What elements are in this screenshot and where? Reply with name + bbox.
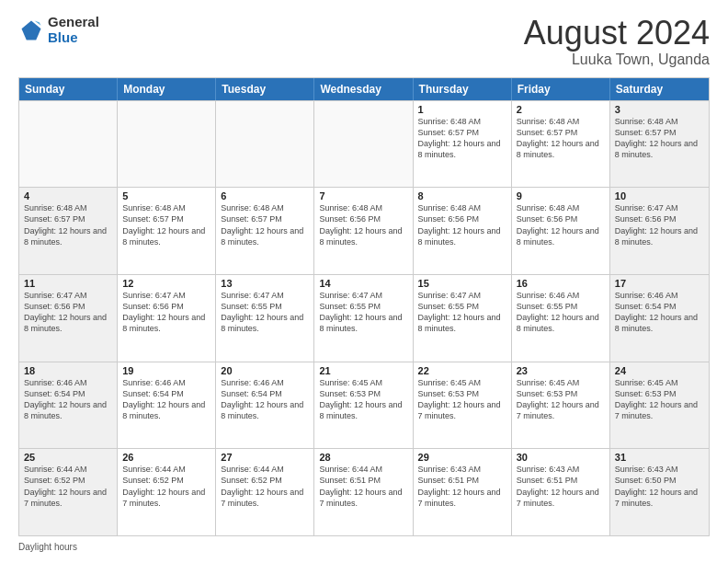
day-number: 18 — [24, 365, 112, 376]
day-cell-6: 6Sunrise: 6:48 AM Sunset: 6:57 PM Daylig… — [216, 188, 314, 274]
day-cell-10: 10Sunrise: 6:47 AM Sunset: 6:56 PM Dayli… — [610, 188, 709, 274]
day-number: 20 — [221, 365, 309, 376]
day-info: Sunrise: 6:46 AM Sunset: 6:54 PM Dayligh… — [221, 377, 309, 422]
sub-title: Luuka Town, Uganda — [524, 52, 710, 68]
empty-cell — [118, 101, 216, 188]
day-cell-13: 13Sunrise: 6:47 AM Sunset: 6:55 PM Dayli… — [216, 275, 314, 362]
day-info: Sunrise: 6:47 AM Sunset: 6:55 PM Dayligh… — [319, 290, 407, 335]
day-info: Sunrise: 6:48 AM Sunset: 6:57 PM Dayligh… — [615, 116, 704, 161]
header: General Blue August 2024 Luuka Town, Uga… — [18, 15, 710, 68]
footer: Daylight hours — [18, 542, 710, 552]
day-info: Sunrise: 6:44 AM Sunset: 6:51 PM Dayligh… — [319, 464, 407, 509]
day-info: Sunrise: 6:46 AM Sunset: 6:54 PM Dayligh… — [615, 290, 704, 335]
day-cell-5: 5Sunrise: 6:48 AM Sunset: 6:57 PM Daylig… — [118, 188, 216, 274]
day-info: Sunrise: 6:48 AM Sunset: 6:57 PM Dayligh… — [24, 202, 112, 247]
day-info: Sunrise: 6:46 AM Sunset: 6:54 PM Dayligh… — [122, 377, 210, 422]
day-number: 22 — [418, 365, 506, 376]
empty-cell — [216, 101, 314, 188]
day-header-tuesday: Tuesday — [216, 78, 314, 100]
day-number: 29 — [418, 452, 506, 463]
day-cell-28: 28Sunrise: 6:44 AM Sunset: 6:51 PM Dayli… — [314, 449, 413, 535]
day-info: Sunrise: 6:46 AM Sunset: 6:54 PM Dayligh… — [24, 377, 112, 422]
logo: General Blue — [18, 15, 99, 45]
logo-text: General Blue — [48, 15, 99, 45]
day-number: 23 — [517, 365, 605, 376]
day-cell-23: 23Sunrise: 6:45 AM Sunset: 6:53 PM Dayli… — [512, 362, 610, 449]
day-number: 24 — [615, 365, 704, 376]
day-cell-31: 31Sunrise: 6:43 AM Sunset: 6:50 PM Dayli… — [610, 449, 709, 535]
day-cell-24: 24Sunrise: 6:45 AM Sunset: 6:53 PM Dayli… — [610, 362, 709, 449]
day-header-thursday: Thursday — [414, 78, 512, 100]
day-number: 3 — [615, 104, 704, 115]
day-info: Sunrise: 6:45 AM Sunset: 6:53 PM Dayligh… — [319, 377, 407, 422]
day-info: Sunrise: 6:43 AM Sunset: 6:51 PM Dayligh… — [418, 464, 506, 509]
footer-label: Daylight hours — [18, 542, 77, 552]
day-header-sunday: Sunday — [19, 78, 118, 100]
day-cell-2: 2Sunrise: 6:48 AM Sunset: 6:57 PM Daylig… — [512, 101, 610, 188]
day-number: 26 — [122, 452, 210, 463]
week-row-0: 1Sunrise: 6:48 AM Sunset: 6:57 PM Daylig… — [19, 100, 709, 188]
day-number: 7 — [319, 190, 407, 201]
day-cell-9: 9Sunrise: 6:48 AM Sunset: 6:56 PM Daylig… — [512, 188, 610, 274]
day-number: 15 — [418, 278, 506, 289]
day-info: Sunrise: 6:44 AM Sunset: 6:52 PM Dayligh… — [221, 464, 309, 509]
day-cell-7: 7Sunrise: 6:48 AM Sunset: 6:56 PM Daylig… — [314, 188, 413, 274]
week-row-4: 25Sunrise: 6:44 AM Sunset: 6:52 PM Dayli… — [19, 448, 709, 535]
day-cell-15: 15Sunrise: 6:47 AM Sunset: 6:55 PM Dayli… — [414, 275, 512, 362]
title-block: August 2024 Luuka Town, Uganda — [524, 15, 710, 68]
day-cell-29: 29Sunrise: 6:43 AM Sunset: 6:51 PM Dayli… — [414, 449, 512, 535]
day-number: 25 — [24, 452, 112, 463]
day-header-monday: Monday — [118, 78, 216, 100]
day-cell-19: 19Sunrise: 6:46 AM Sunset: 6:54 PM Dayli… — [118, 362, 216, 449]
day-number: 19 — [122, 365, 210, 376]
calendar-body: 1Sunrise: 6:48 AM Sunset: 6:57 PM Daylig… — [19, 100, 709, 535]
day-info: Sunrise: 6:44 AM Sunset: 6:52 PM Dayligh… — [24, 464, 112, 509]
day-info: Sunrise: 6:44 AM Sunset: 6:52 PM Dayligh… — [122, 464, 210, 509]
day-number: 10 — [615, 190, 704, 201]
day-info: Sunrise: 6:48 AM Sunset: 6:57 PM Dayligh… — [418, 116, 506, 161]
day-info: Sunrise: 6:47 AM Sunset: 6:55 PM Dayligh… — [418, 290, 506, 335]
day-number: 4 — [24, 190, 112, 201]
day-number: 9 — [517, 190, 605, 201]
svg-marker-0 — [22, 20, 41, 40]
day-cell-11: 11Sunrise: 6:47 AM Sunset: 6:56 PM Dayli… — [19, 275, 118, 362]
day-number: 13 — [221, 278, 309, 289]
day-cell-18: 18Sunrise: 6:46 AM Sunset: 6:54 PM Dayli… — [19, 362, 118, 449]
day-info: Sunrise: 6:48 AM Sunset: 6:56 PM Dayligh… — [517, 202, 605, 247]
day-header-friday: Friday — [512, 78, 610, 100]
day-number: 27 — [221, 452, 309, 463]
day-number: 11 — [24, 278, 112, 289]
day-info: Sunrise: 6:48 AM Sunset: 6:57 PM Dayligh… — [517, 116, 605, 161]
calendar: SundayMondayTuesdayWednesdayThursdayFrid… — [18, 77, 710, 536]
day-cell-26: 26Sunrise: 6:44 AM Sunset: 6:52 PM Dayli… — [118, 449, 216, 535]
day-cell-27: 27Sunrise: 6:44 AM Sunset: 6:52 PM Dayli… — [216, 449, 314, 535]
day-info: Sunrise: 6:48 AM Sunset: 6:56 PM Dayligh… — [319, 202, 407, 247]
day-info: Sunrise: 6:45 AM Sunset: 6:53 PM Dayligh… — [615, 377, 704, 422]
day-number: 14 — [319, 278, 407, 289]
day-info: Sunrise: 6:48 AM Sunset: 6:57 PM Dayligh… — [221, 202, 309, 247]
day-info: Sunrise: 6:47 AM Sunset: 6:56 PM Dayligh… — [122, 290, 210, 335]
day-info: Sunrise: 6:48 AM Sunset: 6:56 PM Dayligh… — [418, 202, 506, 247]
empty-cell — [314, 101, 413, 188]
day-number: 17 — [615, 278, 704, 289]
day-number: 8 — [418, 190, 506, 201]
logo-icon — [18, 17, 44, 43]
day-number: 12 — [122, 278, 210, 289]
day-number: 16 — [517, 278, 605, 289]
day-info: Sunrise: 6:45 AM Sunset: 6:53 PM Dayligh… — [517, 377, 605, 422]
week-row-3: 18Sunrise: 6:46 AM Sunset: 6:54 PM Dayli… — [19, 362, 709, 449]
day-number: 21 — [319, 365, 407, 376]
week-row-1: 4Sunrise: 6:48 AM Sunset: 6:57 PM Daylig… — [19, 187, 709, 274]
day-cell-21: 21Sunrise: 6:45 AM Sunset: 6:53 PM Dayli… — [314, 362, 413, 449]
day-number: 2 — [517, 104, 605, 115]
day-cell-3: 3Sunrise: 6:48 AM Sunset: 6:57 PM Daylig… — [610, 101, 709, 188]
day-info: Sunrise: 6:43 AM Sunset: 6:50 PM Dayligh… — [615, 464, 704, 509]
day-number: 1 — [418, 104, 506, 115]
day-cell-14: 14Sunrise: 6:47 AM Sunset: 6:55 PM Dayli… — [314, 275, 413, 362]
day-number: 6 — [221, 190, 309, 201]
day-cell-25: 25Sunrise: 6:44 AM Sunset: 6:52 PM Dayli… — [19, 449, 118, 535]
day-cell-22: 22Sunrise: 6:45 AM Sunset: 6:53 PM Dayli… — [414, 362, 512, 449]
empty-cell — [19, 101, 118, 188]
day-info: Sunrise: 6:47 AM Sunset: 6:56 PM Dayligh… — [615, 202, 704, 247]
calendar-header-row: SundayMondayTuesdayWednesdayThursdayFrid… — [19, 78, 709, 100]
